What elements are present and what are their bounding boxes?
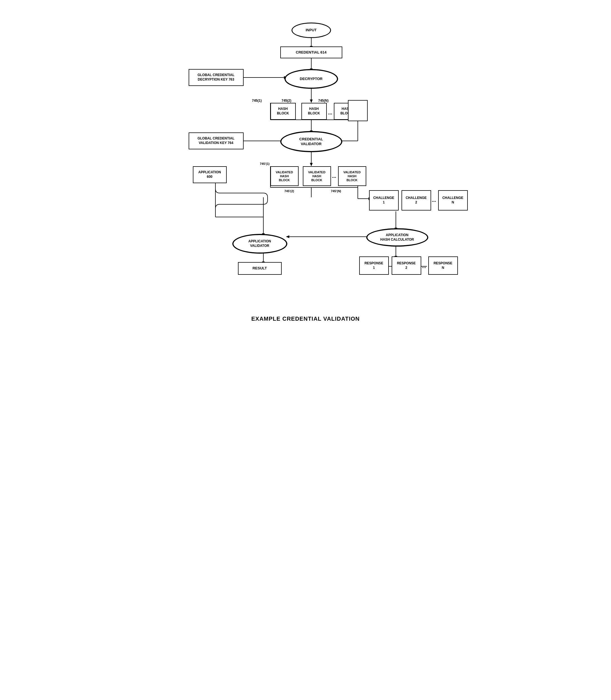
diagram: INPUT CREDENTIAL 614 GLOBAL CREDENTIAL D…	[184, 14, 427, 310]
hash-block-1: HASH BLOCK	[270, 103, 296, 120]
dots-1: ...	[328, 110, 332, 116]
global-validation-key-node: GLOBAL CREDENTIAL VALIDATION KEY 764	[189, 133, 243, 149]
challenge-1: CHALLENGE 1	[369, 190, 399, 211]
svg-marker-38	[286, 235, 289, 238]
label-745p-2: 745'(2)	[284, 189, 294, 193]
arrows-svg	[184, 14, 427, 310]
dots-2: ...	[332, 173, 337, 179]
dots-response: ...	[422, 263, 426, 270]
label-745p-1: 745'(1)	[260, 162, 270, 165]
page-title: EXAMPLE CREDENTIAL VALIDATION	[184, 316, 427, 322]
label-745p-n: 745'(N)	[331, 189, 341, 193]
response-2: RESPONSE 2	[392, 256, 421, 275]
response-n: RESPONSE N	[428, 256, 458, 275]
label-745-n: 745(N)	[318, 98, 329, 103]
hash-block-empty	[348, 100, 368, 121]
svg-marker-17	[310, 163, 313, 166]
validated-hash-n: VALIDATED HASH BLOCK	[338, 166, 366, 186]
application-600-node: APPLICATION 600	[193, 166, 227, 183]
challenge-n: CHALLENGE N	[438, 190, 468, 211]
challenge-2: CHALLENGE 2	[402, 190, 431, 211]
label-745-2: 745(2)	[282, 98, 292, 103]
svg-marker-7	[310, 100, 313, 103]
hash-block-2: HASH BLOCK	[301, 103, 327, 120]
response-1: RESPONSE 1	[359, 256, 389, 275]
credential-node: CREDENTIAL 614	[280, 46, 342, 58]
input-node: INPUT	[292, 22, 331, 38]
label-745-1: 745(1)	[252, 98, 262, 103]
app-hash-calculator-node: APPLICATION HASH CALCULATOR	[366, 228, 428, 247]
credential-validator-node: CREDENTIAL VALIDATOR	[280, 131, 342, 152]
validated-hash-1: VALIDATED HASH BLOCK	[270, 166, 299, 186]
application-validator-node: APPLICATION VALIDATOR	[232, 234, 287, 254]
result-node: RESULT	[238, 262, 282, 275]
global-decryption-key-node: GLOBAL CREDENTIAL DECRYPTION KEY 763	[189, 69, 243, 86]
dots-challenge: ...	[432, 197, 436, 203]
decryptor-node: DECRYPTOR	[284, 69, 338, 89]
page-container: INPUT CREDENTIAL 614 GLOBAL CREDENTIAL D…	[179, 6, 433, 333]
validated-hash-2: VALIDATED HASH BLOCK	[303, 166, 331, 186]
